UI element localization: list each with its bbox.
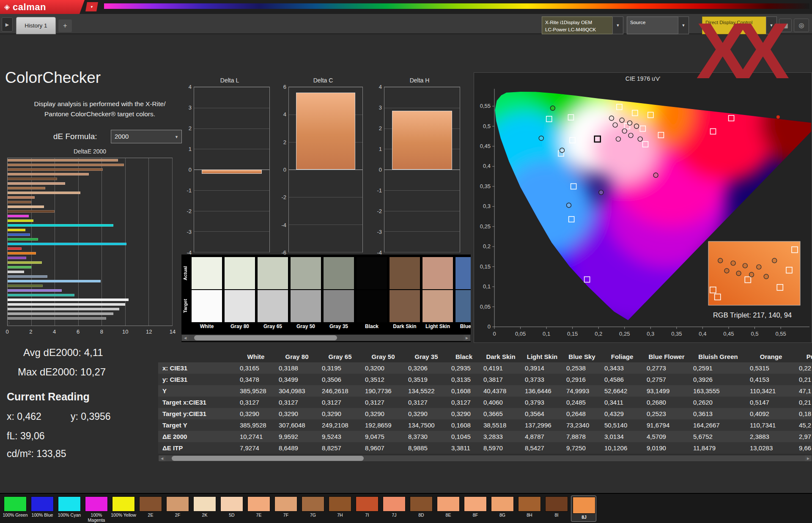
- patch-color-chip: [302, 496, 324, 512]
- meter-dropdown-arrow[interactable]: ▼: [612, 16, 623, 34]
- patch-color-chip: [545, 496, 568, 512]
- tab-scroll-left-button[interactable]: ▶: [2, 17, 13, 32]
- inset-measured-marker: [764, 274, 768, 279]
- patch-7j[interactable]: 7J: [381, 496, 407, 522]
- de-formula-select[interactable]: 2000 ▼: [111, 130, 182, 143]
- table-cell: 0,21: [796, 399, 812, 406]
- patch-color-chip: [112, 496, 135, 512]
- dh-gridline: [384, 252, 460, 252]
- tab-bar: ▶ History 1 + X-Rite i1Display OEM LC-Po…: [0, 14, 812, 34]
- snapshot-button[interactable]: ◎: [794, 19, 809, 32]
- table-cell: 0,3817: [480, 376, 521, 383]
- scroll-left-icon[interactable]: ◀: [182, 335, 189, 341]
- patch-100-blue[interactable]: 100% Blue: [30, 496, 55, 522]
- table-header-cell: Blue Flower: [643, 353, 690, 360]
- table-row-label: Target y:CIE31: [158, 410, 236, 417]
- patch-8j[interactable]: 8J: [571, 496, 596, 522]
- table-cell: 0,2757: [643, 376, 690, 383]
- meter-line-1: X-Rite i1Display OEM: [545, 19, 609, 26]
- patch-8h[interactable]: 8H: [517, 496, 542, 522]
- layout-grid-button[interactable]: ▦: [779, 19, 792, 32]
- table-cell: 0,2485: [563, 399, 601, 406]
- swatch-column-white: White: [192, 255, 222, 331]
- table-scrollbar[interactable]: ◀ ▶: [158, 455, 812, 462]
- table-cell: 2,3883: [746, 433, 796, 440]
- patch-7e[interactable]: 7E: [246, 496, 272, 522]
- scroll-right-icon[interactable]: ▶: [464, 335, 470, 341]
- table-cell: 249,2108: [318, 422, 362, 429]
- swatch-scrollbar[interactable]: ◀ ▶: [181, 334, 471, 341]
- patch-8f[interactable]: 8F: [463, 496, 488, 522]
- table-cell: 0,3290: [318, 410, 362, 417]
- actual-swatch: [192, 257, 222, 289]
- table-cell: 0,3499: [275, 376, 318, 383]
- scroll-left-icon[interactable]: ◀: [159, 455, 165, 461]
- table-scroll-thumb[interactable]: [172, 456, 364, 461]
- table-cell: 40,4378: [480, 387, 521, 394]
- patch-2f[interactable]: 2F: [165, 496, 190, 522]
- dh-y-tick-label: -3: [377, 229, 382, 235]
- table-cell: 0,3165: [236, 364, 275, 372]
- deltae-bar: [8, 219, 33, 222]
- patch-100-cyan[interactable]: 100% Cyan: [57, 496, 82, 522]
- scroll-right-icon[interactable]: ▶: [805, 455, 812, 461]
- logo-menu-button[interactable]: ▼: [85, 2, 98, 11]
- table-cell: 0,5315: [746, 364, 796, 372]
- table-header-cell: Orange: [746, 353, 796, 360]
- swatch-scroll-thumb[interactable]: [194, 335, 337, 340]
- tab-history-1[interactable]: History 1: [16, 17, 56, 34]
- delta-c-title: Delta C: [283, 77, 364, 84]
- patch-8d[interactable]: 8D: [409, 496, 434, 522]
- patch-2e[interactable]: 2E: [138, 496, 163, 522]
- patch-7h[interactable]: 7H: [327, 496, 353, 522]
- swatch-label: Gray 50: [291, 323, 321, 329]
- patch-color-chip: [410, 496, 433, 512]
- cie-1976-diagram: 00,050,10,150,20,250,30,350,40,450,50,55…: [475, 81, 811, 342]
- cie-measured-marker: [616, 137, 620, 141]
- cie-measured-marker: [622, 129, 627, 133]
- patch-100-yellow[interactable]: 100% Yellow: [111, 496, 136, 522]
- patch-8i[interactable]: 8I: [544, 496, 569, 522]
- table-cell: 13,0283: [746, 444, 796, 452]
- patch-8g[interactable]: 8G: [490, 496, 515, 522]
- patch-7i[interactable]: 7I: [354, 496, 380, 522]
- source-dropdown-arrow[interactable]: ▼: [678, 16, 689, 34]
- table-cell: 47,1: [796, 387, 812, 394]
- patch-100-magenta[interactable]: 100% Magenta: [84, 496, 109, 522]
- patch-8e[interactable]: 8E: [436, 496, 461, 522]
- table-cell: 0,3206: [405, 364, 448, 372]
- table-cell: 10,1206: [601, 444, 643, 452]
- table-cell: 0,2916: [563, 376, 601, 383]
- table-cell: 0,4153: [746, 376, 796, 383]
- deltae-bar: [8, 261, 42, 264]
- inset-measured-marker: [772, 258, 777, 263]
- table-scroll-track[interactable]: [165, 455, 805, 461]
- table-cell: 50,5140: [601, 422, 643, 429]
- table-cell: 5,6752: [690, 433, 746, 440]
- dl-y-tick-label: 1: [189, 146, 192, 152]
- dc-y-tick-label: -4: [281, 222, 286, 228]
- patch-100-green[interactable]: 100% Green: [3, 496, 28, 522]
- display-control-dropdown-arrow[interactable]: ▼: [766, 16, 777, 34]
- display-control-dropdown[interactable]: Direct Display Control: [702, 16, 766, 34]
- patch-7g[interactable]: 7G: [300, 496, 326, 522]
- chevron-right-icon: ▶: [5, 22, 9, 27]
- table-cell: 8,6489: [275, 444, 318, 452]
- deltae-bar: [8, 173, 89, 176]
- deltae-x-tick-label: 4: [53, 329, 56, 335]
- meter-dropdown[interactable]: X-Rite i1Display OEM LC-Power LC-M49QCK: [542, 16, 613, 34]
- table-cell: 136,6446: [521, 387, 563, 394]
- deltae-bar: [8, 275, 47, 278]
- patch-2k[interactable]: 2K: [192, 496, 217, 522]
- table-cell: 8,5970: [480, 444, 521, 452]
- deltae-x-tick-label: 14: [170, 329, 176, 335]
- inset-measured-marker: [718, 258, 723, 263]
- table-cell: 0,2935: [448, 364, 480, 372]
- patch-5d[interactable]: 5D: [219, 496, 244, 522]
- source-dropdown[interactable]: Source: [627, 16, 678, 34]
- patch-7f[interactable]: 7F: [273, 496, 299, 522]
- cie-measured-marker: [539, 136, 543, 140]
- deltae-bar: [8, 187, 45, 190]
- add-tab-button[interactable]: +: [58, 19, 72, 32]
- swatch-scroll-track[interactable]: [189, 335, 464, 341]
